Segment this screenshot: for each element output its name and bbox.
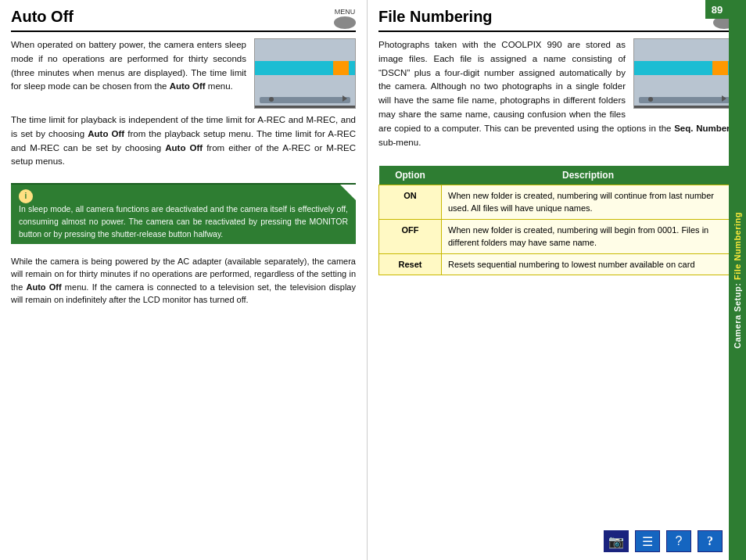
camera-bottom-icon[interactable]: 📷 bbox=[604, 530, 629, 552]
question-bottom-icon[interactable]: ? bbox=[666, 530, 691, 552]
col-option-header: Option bbox=[379, 166, 442, 185]
note-icon: i bbox=[19, 189, 33, 203]
left-menu-label: MENU bbox=[335, 8, 356, 16]
col-description-header: Description bbox=[442, 166, 735, 185]
description-cell: Resets sequential numbering to lowest nu… bbox=[442, 253, 735, 275]
side-tab: Camera Setup: File Numbering bbox=[729, 0, 746, 560]
preview-dot bbox=[269, 97, 274, 102]
table-header-row: Option Description bbox=[379, 166, 735, 185]
left-para3-bold: Auto Off bbox=[27, 282, 62, 292]
option-cell: ON bbox=[379, 185, 442, 219]
left-para2-bold2: Auto Off bbox=[165, 143, 203, 153]
table-row: OFFWhen new folder is created, numbering… bbox=[379, 219, 735, 253]
note-text: In sleep mode, all camera functions are … bbox=[19, 203, 348, 240]
left-para1-bold: Auto Off bbox=[170, 81, 206, 91]
table-row: ResetResets sequential numbering to lowe… bbox=[379, 253, 735, 275]
side-tab-text: Camera Setup: File Numbering bbox=[733, 212, 742, 349]
table-body: ONWhen new folder is created, numbering … bbox=[379, 185, 735, 275]
left-preview-inner bbox=[254, 38, 356, 109]
right-title: File Numbering bbox=[378, 8, 493, 26]
left-panel: Auto Off MENU When operated on battery p… bbox=[0, 0, 368, 560]
left-para3: While the camera is being powered by the… bbox=[11, 255, 356, 307]
right-para1-bold: Seq. Numbers bbox=[674, 124, 735, 133]
description-cell: When new folder is created, numbering wi… bbox=[442, 219, 735, 253]
left-camera-preview bbox=[254, 38, 356, 109]
preview-arrow bbox=[343, 95, 347, 102]
table-row: ONWhen new folder is created, numbering … bbox=[379, 185, 735, 219]
right-camera-preview bbox=[633, 38, 735, 109]
right-preview-inner bbox=[633, 38, 735, 109]
right-preview-border bbox=[634, 106, 734, 108]
description-cell: When new folder is created, numbering wi… bbox=[442, 185, 735, 219]
note-corner-fold bbox=[340, 185, 356, 200]
options-table: Option Description ONWhen new folder is … bbox=[378, 166, 735, 276]
right-preview-dot bbox=[648, 97, 653, 102]
right-panel: File Numbering MENU 89 Photographs taken… bbox=[368, 0, 746, 560]
menu-bottom-icon[interactable]: ☰ bbox=[635, 530, 660, 552]
help-bottom-icon[interactable]: ? bbox=[698, 530, 723, 552]
right-header: File Numbering MENU 89 bbox=[378, 8, 735, 29]
preview-border bbox=[255, 106, 355, 108]
left-menu-oval bbox=[334, 16, 356, 29]
left-header: Auto Off MENU bbox=[11, 8, 356, 29]
left-title: Auto Off bbox=[11, 8, 74, 26]
left-para2: The time limit for playback is independe… bbox=[11, 113, 356, 169]
bottom-icons-bar: 📷 ☰ ? ? bbox=[604, 530, 723, 552]
page-badge: 89 bbox=[705, 0, 729, 19]
right-main-content: Photographs taken with the COOLPIX 990 a… bbox=[378, 38, 735, 158]
right-preview-orange-bar bbox=[712, 61, 728, 75]
left-para2-bold1: Auto Off bbox=[88, 129, 124, 138]
option-cell: OFF bbox=[379, 219, 442, 253]
left-title-underline bbox=[11, 31, 356, 32]
preview-orange-bar bbox=[333, 61, 349, 75]
left-main-content: When operated on battery power, the came… bbox=[11, 38, 356, 113]
left-menu-icon-area: MENU bbox=[334, 8, 356, 29]
note-box: i In sleep mode, all camera functions ar… bbox=[11, 183, 356, 243]
option-cell: Reset bbox=[379, 253, 442, 275]
right-title-underline bbox=[378, 31, 735, 32]
right-preview-arrow bbox=[722, 95, 726, 102]
